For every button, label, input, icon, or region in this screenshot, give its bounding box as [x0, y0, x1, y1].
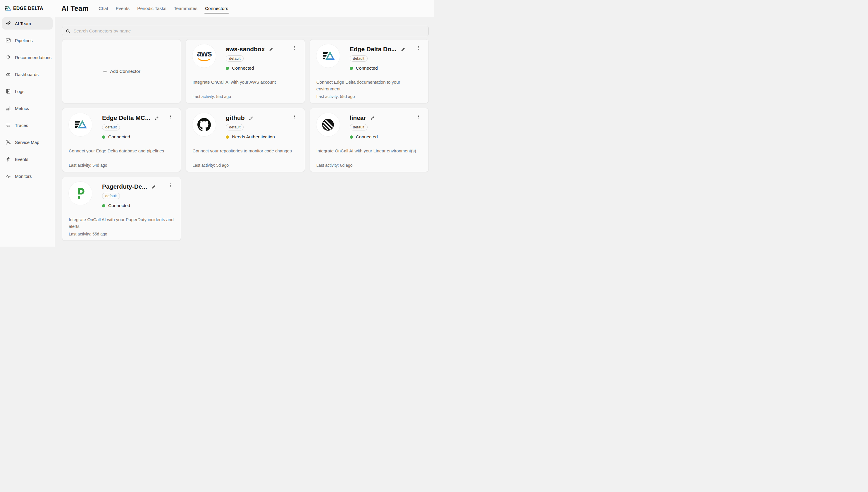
default-badge: default: [350, 55, 367, 62]
connector-card-pagerduty-de[interactable]: Pagerduty-De... default Connected Integr…: [62, 177, 181, 241]
last-activity: Last activity: 5d ago: [193, 163, 298, 168]
sidebar-item-label: Dashboards: [15, 72, 39, 77]
connector-status: Connected: [226, 66, 274, 71]
status-text: Connected: [232, 66, 254, 71]
connector-card-aws-sandbox[interactable]: aws aws-sandbox default Connected Integr…: [186, 39, 305, 103]
edit-pencil-icon[interactable]: [154, 116, 159, 121]
last-activity: Last activity: 54d ago: [69, 163, 174, 168]
edit-pencil-icon[interactable]: [249, 116, 254, 121]
connector-card-edge-delta-do[interactable]: Edge Delta Do... default Connected Conne…: [310, 39, 429, 103]
sidebar-item-traces[interactable]: Traces: [2, 119, 53, 131]
connector-card-github[interactable]: github default Needs Authentication Conn…: [186, 108, 305, 172]
sidebar-item-pipelines[interactable]: Pipelines: [2, 34, 53, 47]
pulse-icon: [5, 173, 11, 179]
traces-icon: [5, 122, 11, 128]
plus-icon: [103, 69, 107, 74]
sidebar-item-recommendations[interactable]: Recommendations: [2, 51, 53, 64]
connector-info: aws-sandbox default Connected: [226, 44, 274, 71]
connector-name: github: [226, 114, 245, 121]
kebab-menu-button[interactable]: [167, 113, 174, 121]
connector-card-top: Edge Delta Do... default Connected: [316, 44, 422, 71]
status-dot: [350, 136, 353, 139]
connector-info: github default Needs Authentication: [226, 113, 275, 140]
tab-events[interactable]: Events: [116, 0, 130, 17]
status-dot: [226, 67, 229, 70]
kebab-menu-button[interactable]: [415, 44, 422, 52]
edit-pencil-icon[interactable]: [269, 47, 274, 52]
edge-delta-logo: [69, 113, 92, 136]
kebab-menu-button[interactable]: [291, 44, 298, 52]
brand-logo[interactable]: EDGE DELTA: [0, 5, 55, 12]
status-text: Connected: [108, 134, 130, 140]
linear-logo: [316, 113, 340, 136]
connector-info: linear default Connected: [350, 113, 378, 140]
connectors-grid: Add Connector aws aws-sandbox default Co…: [62, 39, 429, 241]
status-text: Connected: [356, 134, 378, 140]
connector-description: Connect your Edge Delta database and pip…: [69, 148, 174, 154]
sparkle-icon: [5, 21, 11, 26]
tab-connectors[interactable]: Connectors: [205, 0, 228, 17]
default-badge: default: [226, 124, 244, 130]
connector-card-linear[interactable]: linear default Connected Integrate OnCal…: [310, 108, 429, 172]
connector-card-top: aws aws-sandbox default Connected: [193, 44, 298, 71]
connector-info: Pagerduty-De... default Connected: [102, 182, 156, 208]
connector-status: Connected: [102, 203, 156, 208]
connector-status: Connected: [350, 66, 406, 71]
status-text: Needs Authentication: [232, 134, 275, 140]
sidebar-item-label: Logs: [15, 89, 25, 94]
sidebar-item-logs[interactable]: Logs: [2, 85, 53, 97]
connector-description: Integrate OnCall AI with your Linear env…: [316, 148, 422, 154]
edit-pencil-icon[interactable]: [151, 184, 156, 189]
status-dot: [350, 67, 353, 70]
default-badge: default: [102, 124, 120, 130]
kebab-menu-button[interactable]: [291, 113, 298, 121]
edge-delta-logo: [316, 44, 340, 68]
kebab-menu-button[interactable]: [167, 182, 174, 190]
app-header: EDGE DELTA AI Team ChatEventsPeriodic Ta…: [0, 0, 434, 17]
connector-description: Connect Edge Delta documentation to your…: [316, 79, 422, 92]
connector-card-edge-delta-mc[interactable]: Edge Delta MC... default Connected Conne…: [62, 108, 181, 172]
search-box[interactable]: [62, 26, 429, 36]
tab-periodic-tasks[interactable]: Periodic Tasks: [137, 0, 167, 17]
sidebar-item-label: Events: [15, 157, 28, 162]
search-icon: [66, 29, 71, 34]
sidebar-item-metrics[interactable]: Metrics: [2, 102, 53, 114]
sidebar-item-ai-team[interactable]: AI Team: [2, 17, 53, 29]
connector-card-top: github default Needs Authentication: [193, 113, 298, 140]
default-badge: default: [350, 124, 367, 130]
kebab-menu-button[interactable]: [415, 113, 422, 121]
gauge-icon: [5, 71, 11, 77]
connector-description: Integrate OnCall AI with your PagerDuty …: [69, 217, 174, 230]
default-badge: default: [102, 193, 120, 199]
lightbulb-icon: [5, 54, 11, 60]
status-text: Connected: [356, 66, 378, 71]
sidebar-item-dashboards[interactable]: Dashboards: [2, 68, 53, 80]
connector-description: Connect your repositories to monitor cod…: [193, 148, 298, 154]
tab-chat[interactable]: Chat: [99, 0, 108, 17]
connector-status: Connected: [102, 134, 159, 140]
connector-status: Connected: [350, 134, 378, 140]
connector-card-top: Edge Delta MC... default Connected: [69, 113, 174, 140]
connector-card-top: Pagerduty-De... default Connected: [69, 182, 174, 208]
sidebar-item-label: Monitors: [15, 174, 32, 179]
github-logo: [193, 113, 216, 136]
connector-description: Integrate OnCall AI with your AWS accoun…: [193, 79, 298, 86]
tab-teammates[interactable]: Teammates: [174, 0, 197, 17]
sidebar-item-label: Metrics: [15, 106, 29, 111]
status-dot: [102, 136, 105, 139]
app-root: EDGE DELTA AI Team ChatEventsPeriodic Ta…: [0, 0, 434, 247]
sidebar-item-label: AI Team: [15, 21, 31, 26]
add-connector-card[interactable]: Add Connector: [62, 39, 181, 103]
edit-pencil-icon[interactable]: [401, 47, 406, 52]
sidebar-item-label: Service Map: [15, 140, 39, 145]
edit-pencil-icon[interactable]: [370, 116, 375, 121]
status-dot: [102, 204, 105, 207]
last-activity: Last activity: 55d ago: [69, 232, 174, 236]
sidebar-item-label: Recommendations: [15, 55, 51, 60]
sidebar-item-events[interactable]: Events: [2, 153, 53, 165]
connector-info: Edge Delta MC... default Connected: [102, 113, 159, 140]
search-input[interactable]: [62, 28, 429, 34]
sidebar-item-service-map[interactable]: Service Map: [2, 136, 53, 148]
connector-name: linear: [350, 114, 366, 121]
sidebar-item-monitors[interactable]: Monitors: [2, 170, 53, 182]
